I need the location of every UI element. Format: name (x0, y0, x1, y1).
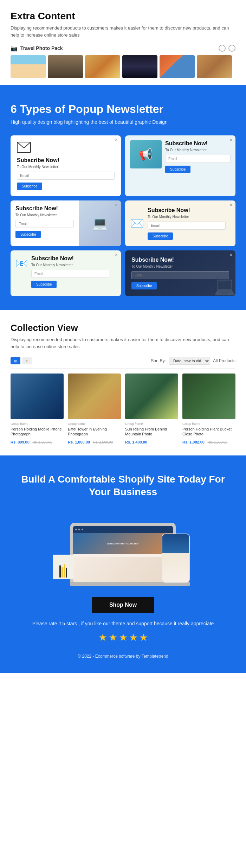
card5-email-input[interactable] (31, 270, 109, 278)
list-view-btn[interactable]: ≡ (22, 357, 32, 364)
product-card-3[interactable]: Group frame Sun Rising From Behind Mount… (125, 374, 178, 445)
prev-arrow[interactable]: ‹ (219, 45, 226, 52)
newsletter-card-6: ✕ 💻 Subscribe Now! To Our Monthly Newsle… (125, 250, 235, 296)
card4-content: Subscribe Now! To Our Monthly Newsletter… (148, 207, 226, 240)
footer-text: © 2022 - Ecommerce software by Templatet… (78, 654, 168, 659)
product-price-old-1: Rs. 1,200.00 (32, 440, 52, 444)
product-label-4: Group frame (182, 422, 235, 426)
card5-subscribe-btn[interactable]: Subscribe (31, 281, 57, 288)
card1-subscribe-btn[interactable]: Subscribe (17, 183, 42, 190)
collection-title: Collection View (11, 323, 235, 333)
product-price-2: Rs. 1,800.00 (68, 440, 90, 444)
product-img-3 (125, 374, 178, 419)
next-arrow[interactable]: › (228, 45, 235, 52)
device-mockup: With premium collection (49, 509, 197, 586)
card3-subtitle: To Our Monthly Newsletter (15, 213, 74, 217)
extra-content-title: Extra Content (11, 11, 235, 22)
photo-item-4[interactable] (122, 55, 157, 78)
photo-item-5[interactable] (160, 55, 195, 78)
grid-view-btn[interactable]: ⊞ (11, 357, 20, 364)
card2-email-input[interactable] (165, 155, 231, 163)
card6-subscribe-btn[interactable]: Subscribe (131, 282, 157, 289)
photo-item-3[interactable] (85, 55, 120, 78)
laptop-product-thumbs (73, 554, 173, 557)
cta-section: Build A Comfortable Shopify Site Today F… (0, 455, 246, 673)
card3-email-input[interactable] (15, 220, 74, 228)
card2-image: 📢 (130, 140, 162, 168)
card3-content: Subscribe Now! To Our Monthly Newsletter… (11, 200, 79, 246)
star-4: ★ (129, 632, 138, 643)
card4-subscribe-btn[interactable]: Subscribe (148, 232, 173, 240)
product-name-1: Person Holding Mobile Phone Photograph (11, 427, 64, 437)
card2-close[interactable]: ✕ (229, 138, 233, 142)
card1-subtitle: To Our Monthly Newsletter (17, 165, 58, 169)
card1-close[interactable]: ✕ (115, 138, 118, 142)
card3-subscribe-btn[interactable]: Subscribe (15, 231, 41, 238)
product-img-1 (11, 374, 64, 419)
star-2: ★ (109, 632, 117, 643)
sort-label: Sort By: (151, 358, 166, 363)
card5-subtitle: To Our Monthly Newsletter (31, 263, 109, 267)
phone-screen (162, 534, 189, 582)
product-card-2[interactable]: Group frame Eiffel Tower in Evening Phot… (68, 374, 121, 445)
newsletter-card-1: ✕ Subscribe Now! To Our Monthly Newslett… (11, 135, 121, 196)
product-price-4: Rs. 1,082.00 (182, 440, 205, 444)
rating-text: Please rate it 5 stars , if you like our… (32, 620, 214, 627)
photo-pack-bar: 📷 Travel Photo Pack ‹ › (11, 45, 235, 52)
collection-controls: ⊞ ≡ Sort By: Date, new to old All Produc… (11, 357, 235, 369)
product-price-old-4: Rs. 1,350.00 (207, 440, 227, 444)
product-img-4 (182, 374, 235, 419)
newsletter-card-2: ✕ 📢 Subscribe Now! To Our Monthly Newsle… (125, 135, 235, 196)
sort-controls: Sort By: Date, new to old All Products (151, 357, 235, 365)
cta-title: Build A Comfortable Shopify Site Today F… (11, 473, 235, 499)
phone-mockup (162, 534, 190, 583)
photo-pack-title: 📷 Travel Photo Pack (11, 45, 63, 52)
shop-now-button[interactable]: Shop Now (92, 597, 154, 613)
card1-title: Subscribe Now! (17, 157, 59, 164)
product-img-2 (68, 374, 121, 419)
photo-strip (11, 55, 235, 78)
product-grid: Group frame Person Holding Mobile Phone … (11, 374, 235, 445)
pencil-cup (53, 555, 74, 579)
photo-item-2[interactable] (48, 55, 83, 78)
card6-close[interactable]: ✕ (229, 253, 233, 257)
camera-icon: 📷 (11, 45, 18, 52)
sort-select[interactable]: Date, new to old (169, 357, 210, 365)
card4-subtitle: To Our Monthly Newsletter (148, 215, 226, 219)
product-name-4: Person Holding Plant Bucket Close Photo (182, 427, 235, 437)
product-name-2: Eiffel Tower in Evening Photograph (68, 427, 121, 437)
product-price-1: Rs. 899.00 (11, 440, 30, 444)
card4-close[interactable]: ✕ (229, 203, 233, 208)
card4-icon: ✉️ (130, 217, 144, 230)
newsletter-card-3: ✕ Subscribe Now! To Our Monthly Newslett… (11, 200, 121, 246)
star-rating: ★ ★ ★ ★ ★ (98, 632, 148, 643)
products-count: All Products (213, 358, 235, 363)
extra-content-description: Displaying recommended products to custo… (11, 25, 235, 38)
card3-close[interactable]: ✕ (115, 203, 118, 208)
extra-content-section: Extra Content Displaying recommended pro… (0, 0, 246, 85)
laptop-hero-img: With premium collection (73, 533, 173, 554)
photo-pack-controls[interactable]: ‹ › (219, 45, 235, 52)
newsletter-card-4: ✕ ✉️ Subscribe Now! To Our Monthly Newsl… (125, 200, 235, 246)
card2-title: Subscribe Now! (165, 140, 231, 147)
star-3: ★ (119, 632, 128, 643)
product-card-4[interactable]: Group frame Person Holding Plant Bucket … (182, 374, 235, 445)
product-price-3: Rs. 1,400.00 (125, 440, 147, 444)
product-label-1: Group frame (11, 422, 64, 426)
card2-subscribe-btn[interactable]: Subscribe (165, 166, 190, 173)
card6-bg-icon: 💻 (214, 276, 235, 296)
card4-title: Subscribe Now! (148, 207, 226, 213)
card2-subtitle: To Our Monthly Newsletter (165, 148, 231, 152)
product-card-1[interactable]: Group frame Person Holding Mobile Phone … (11, 374, 64, 445)
newsletter-grid: ✕ Subscribe Now! To Our Monthly Newslett… (11, 135, 235, 296)
card1-mail-icon (17, 142, 31, 154)
laptop: With premium collection (70, 523, 172, 586)
photo-item-1[interactable] (11, 55, 46, 78)
card1-email-input[interactable] (17, 172, 115, 180)
photo-item-6[interactable] (197, 55, 232, 78)
newsletter-title: 6 Types of Popup Newsletter (11, 103, 235, 116)
collection-subtitle: Displaying recommended products to custo… (11, 336, 235, 350)
card4-email-input[interactable] (148, 222, 226, 230)
pencil-4 (66, 568, 67, 577)
card5-close[interactable]: ✕ (115, 253, 118, 257)
